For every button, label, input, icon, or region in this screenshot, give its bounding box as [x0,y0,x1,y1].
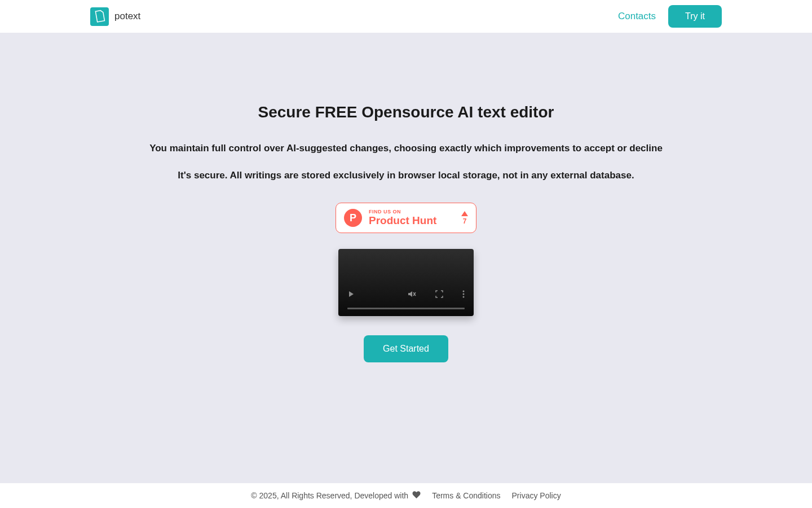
hero-section: Secure FREE Opensource AI text editor Yo… [0,33,812,483]
header: potext Contacts Try it [0,0,812,33]
nav-group: Contacts Try it [618,5,722,28]
svg-point-2 [463,291,465,292]
get-started-button[interactable]: Get Started [364,335,448,362]
brand-group[interactable]: potext [90,7,140,26]
video-progress-bar[interactable] [347,308,465,309]
product-hunt-big-label: Product Hunt [369,214,454,227]
terms-link[interactable]: Terms & Conditions [432,491,500,500]
mute-icon[interactable] [407,290,416,299]
svg-point-3 [463,294,465,295]
upvote-triangle-icon [461,211,468,216]
brand-name: potext [114,11,140,22]
try-it-button[interactable]: Try it [668,5,722,28]
more-options-icon[interactable] [462,290,465,298]
product-hunt-text-group: FIND US ON Product Hunt [369,209,454,227]
product-hunt-small-label: FIND US ON [369,209,454,214]
product-hunt-badge[interactable]: P FIND US ON Product Hunt 7 [336,203,476,233]
hero-subtitle-1: You maintain full control over AI-sugges… [149,143,663,154]
heart-icon [412,491,421,501]
brand-logo-icon [90,7,109,26]
footer: © 2025, All Rights Reserved, Developed w… [0,483,812,508]
svg-point-4 [463,296,465,298]
footer-copyright-text: © 2025, All Rights Reserved, Developed w… [251,491,408,500]
play-icon[interactable] [347,290,355,298]
fullscreen-icon[interactable] [435,290,443,298]
product-hunt-vote-group: 7 [461,211,468,225]
footer-copyright-group: © 2025, All Rights Reserved, Developed w… [251,491,421,501]
product-hunt-vote-count: 7 [463,217,467,225]
video-player[interactable] [338,249,474,316]
hero-subtitle-2: It's secure. All writings are stored exc… [178,170,634,181]
page-title: Secure FREE Opensource AI text editor [258,103,554,121]
privacy-link[interactable]: Privacy Policy [512,491,561,500]
product-hunt-logo-icon: P [344,209,362,227]
contacts-link[interactable]: Contacts [618,11,656,22]
video-controls-bar [338,284,474,316]
